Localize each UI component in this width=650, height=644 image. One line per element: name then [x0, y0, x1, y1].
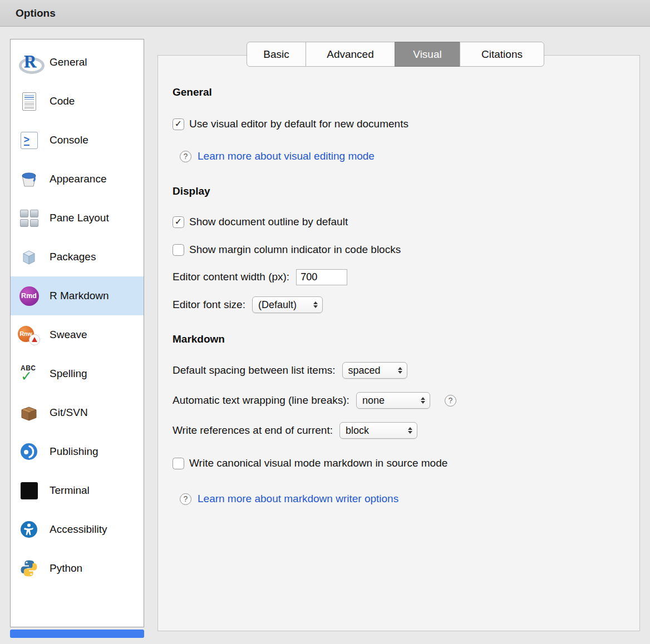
use-visual-editor-checkbox-row[interactable]: Use visual editor by default for new doc…	[173, 116, 639, 132]
help-icon[interactable]: ?	[180, 493, 191, 505]
ok-button-partial[interactable]	[10, 630, 144, 638]
tab-basic[interactable]: Basic	[247, 42, 306, 67]
sidebar-item-label: Appearance	[50, 173, 106, 185]
learn-more-visual-editing-link[interactable]: Learn more about visual editing mode	[198, 150, 375, 162]
sidebar-item-label: Git/SVN	[50, 407, 88, 419]
visual-editing-help-row: ? Learn more about visual editing mode	[180, 148, 639, 165]
references-value: block	[346, 425, 369, 437]
spellcheck-icon: ABC✓	[18, 363, 40, 385]
sidebar-item-label: Terminal	[50, 484, 90, 497]
markdown-section-heading: Markdown	[173, 331, 639, 347]
paint-bucket-icon	[18, 168, 40, 190]
sidebar-item-label: Console	[50, 134, 88, 146]
chevron-up-down-icon	[398, 367, 402, 374]
sidebar-item-label: Spelling	[50, 368, 87, 380]
sidebar-item-pane-layout[interactable]: Pane Layout	[11, 199, 144, 237]
text-wrapping-select[interactable]: none	[356, 392, 430, 409]
list-spacing-label: Default spacing between list items:	[173, 364, 336, 377]
list-spacing-select[interactable]: spaced	[342, 362, 407, 379]
references-select[interactable]: block	[339, 422, 417, 439]
sidebar-item-terminal[interactable]: Terminal	[11, 471, 144, 510]
editor-font-size-value: (Default)	[258, 299, 297, 311]
show-outline-label: Show document outline by default	[189, 216, 348, 228]
code-document-icon	[18, 90, 40, 112]
editor-content-width-input[interactable]	[296, 269, 347, 285]
console-prompt-icon: >	[18, 129, 40, 151]
sidebar-item-general[interactable]: R General	[11, 43, 144, 82]
sidebar-item-label: Pane Layout	[50, 212, 109, 224]
rmarkdown-badge-icon: Rmd	[18, 285, 40, 307]
sidebar-item-python[interactable]: Python	[11, 549, 144, 588]
use-visual-editor-label: Use visual editor by default for new doc…	[189, 118, 408, 130]
general-section-heading: General	[173, 85, 639, 100]
display-section-heading: Display	[173, 184, 639, 199]
editor-font-size-select[interactable]: (Default)	[252, 296, 323, 313]
python-icon	[18, 557, 40, 579]
sidebar-item-label: Packages	[50, 251, 96, 263]
package-cube-icon	[18, 246, 40, 268]
sidebar-item-code[interactable]: Code	[11, 82, 144, 121]
sidebar-item-label: Code	[50, 95, 75, 107]
sidebar-item-spelling[interactable]: ABC✓ Spelling	[11, 354, 144, 393]
chevron-up-down-icon	[313, 301, 318, 309]
references-label: Write references at end of current:	[173, 424, 333, 437]
text-wrapping-row: Automatic text wrapping (line breaks): n…	[173, 392, 639, 409]
sidebar-item-git-svn[interactable]: Git/SVN	[11, 393, 144, 432]
show-margin-label: Show margin column indicator in code blo…	[189, 244, 401, 256]
canonical-markdown-label: Write canonical visual mode markdown in …	[189, 457, 447, 469]
list-spacing-row: Default spacing between list items: spac…	[173, 361, 639, 379]
sidebar-item-sweave[interactable]: Rnw Sweave	[11, 315, 144, 354]
text-wrapping-label: Automatic text wrapping (line breaks):	[173, 394, 349, 407]
markdown-writer-help-row: ? Learn more about markdown writer optio…	[180, 491, 639, 507]
sidebar-item-r-markdown[interactable]: Rmd R Markdown	[11, 276, 144, 315]
text-wrapping-value: none	[362, 395, 385, 407]
sidebar-item-label: General	[50, 56, 87, 68]
chevron-up-down-icon	[421, 397, 425, 404]
show-outline-checkbox-row[interactable]: Show document outline by default	[173, 214, 639, 230]
sidebar-item-label: Publishing	[50, 445, 99, 458]
tab-visual[interactable]: Visual	[395, 42, 460, 67]
publish-swirl-icon	[18, 440, 40, 463]
learn-more-markdown-writer-link[interactable]: Learn more about markdown writer options	[198, 493, 398, 505]
show-outline-checkbox[interactable]	[173, 216, 184, 228]
show-margin-checkbox-row[interactable]: Show margin column indicator in code blo…	[173, 241, 639, 258]
sidebar-item-console[interactable]: > Console	[11, 121, 144, 160]
sidebar-item-appearance[interactable]: Appearance	[11, 160, 144, 199]
tab-bar: Basic Advanced Visual Citations	[247, 42, 544, 67]
sidebar-item-accessibility[interactable]: Accessibility	[11, 510, 144, 549]
r-logo-icon: R	[18, 51, 40, 73]
editor-content-width-row: Editor content width (px):	[173, 268, 639, 286]
window-title: Options	[16, 7, 56, 19]
canonical-markdown-checkbox[interactable]	[173, 458, 184, 469]
accessibility-icon	[18, 518, 40, 541]
text-wrapping-help-icon[interactable]: ?	[445, 395, 456, 407]
options-category-sidebar: R General Code > Console Appearance Pane…	[10, 39, 144, 627]
sidebar-item-packages[interactable]: Packages	[11, 237, 144, 276]
tab-advanced[interactable]: Advanced	[306, 42, 395, 67]
window-titlebar: Options	[0, 0, 650, 27]
sidebar-item-label: Sweave	[50, 329, 87, 341]
sweave-pdf-icon: Rnw	[18, 324, 40, 346]
chevron-up-down-icon	[408, 427, 412, 434]
pane-grid-icon	[18, 207, 40, 229]
canonical-markdown-checkbox-row[interactable]: Write canonical visual mode markdown in …	[173, 455, 639, 472]
terminal-icon	[18, 479, 40, 502]
tab-citations[interactable]: Citations	[460, 42, 544, 67]
list-spacing-value: spaced	[348, 365, 381, 377]
sidebar-item-label: Accessibility	[50, 523, 107, 536]
show-margin-checkbox[interactable]	[173, 244, 184, 256]
editor-content-width-label: Editor content width (px):	[173, 271, 289, 283]
visual-settings-panel: General Use visual editor by default for…	[157, 55, 640, 631]
references-row: Write references at end of current: bloc…	[173, 422, 639, 439]
sidebar-item-label: R Markdown	[50, 290, 109, 302]
use-visual-editor-checkbox[interactable]	[173, 118, 184, 130]
sidebar-item-publishing[interactable]: Publishing	[11, 432, 144, 471]
editor-font-size-label: Editor font size:	[173, 299, 245, 311]
help-icon[interactable]: ?	[180, 151, 191, 162]
git-svn-box-icon	[18, 402, 40, 424]
sidebar-item-label: Python	[50, 562, 82, 574]
editor-font-size-row: Editor font size: (Default)	[173, 296, 639, 314]
